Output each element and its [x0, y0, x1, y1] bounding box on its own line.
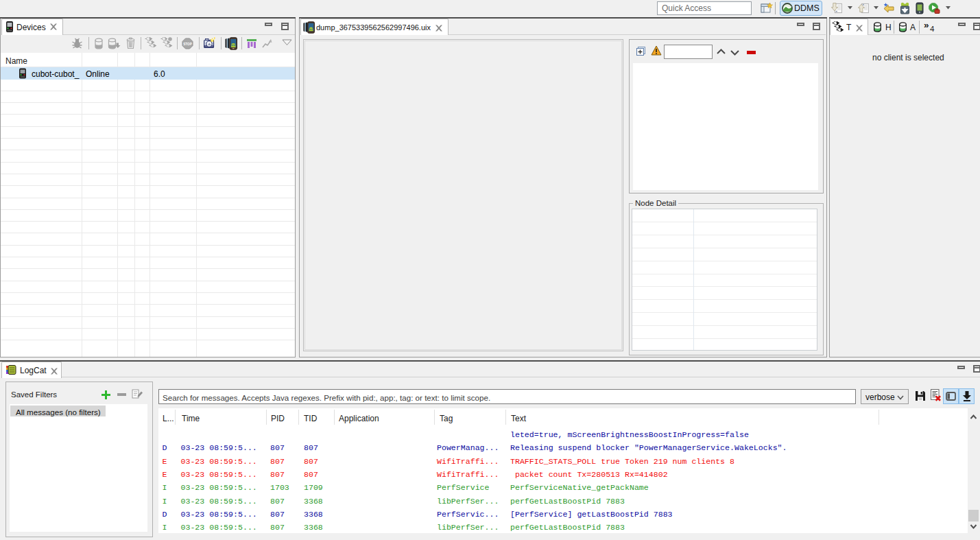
svg-text:STOP: STOP	[183, 43, 191, 46]
